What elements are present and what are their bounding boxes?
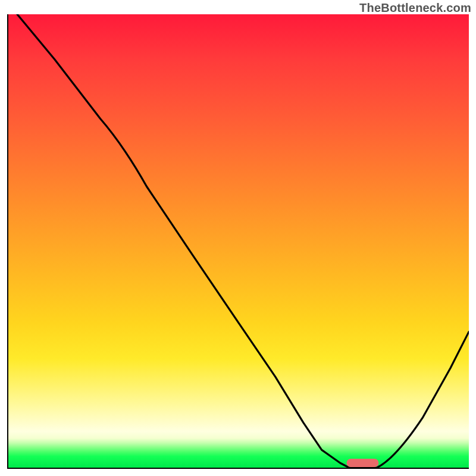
chart-container: TheBottleneck.com	[0, 0, 476, 476]
curve-path	[17, 14, 469, 468]
optimal-marker	[347, 459, 379, 467]
watermark-text: TheBottleneck.com	[359, 1, 471, 15]
chart-svg	[8, 14, 469, 468]
plot-area	[7, 14, 469, 469]
